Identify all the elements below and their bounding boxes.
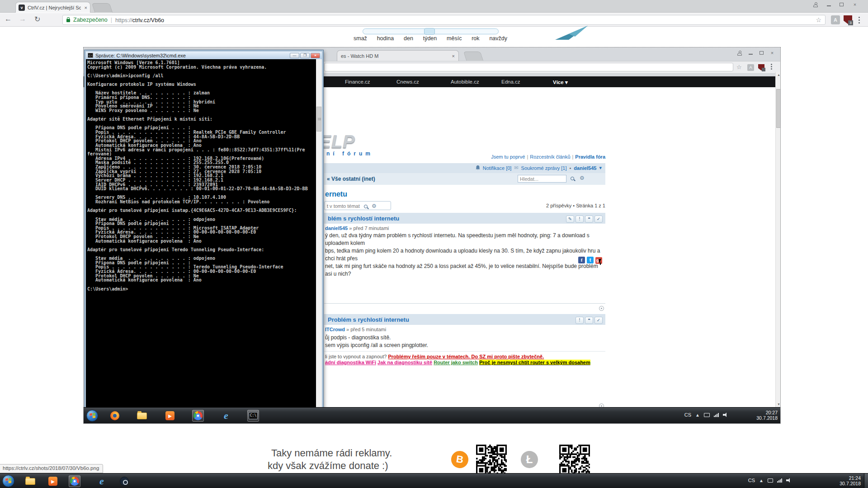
post-count: 2 příspěvky • Stránka 1 z 1: [472, 203, 605, 208]
inner-page-scrollbar: ▲ ▼: [775, 72, 781, 407]
speaker-icon[interactable]: [786, 478, 791, 483]
windows-flag-icon: [5, 478, 12, 484]
chrome-icon[interactable]: [69, 475, 80, 487]
cmd-maximize-button: ❐: [300, 53, 310, 58]
system-tray[interactable]: CS ▲: [748, 478, 791, 483]
expiry-hodina[interactable]: hodina: [377, 35, 394, 42]
expiry-tyden[interactable]: týden: [423, 35, 437, 42]
sig-link-wifi: ádní diagnostika WiFi: [325, 360, 376, 365]
status-url-bubble: https://ctrlv.cz/shots/2018/07/30/Vb6o.p…: [0, 464, 103, 473]
breadcrumb: « Vše ostatní (inet): [327, 176, 375, 182]
screenshot-image[interactable]: es - Watch HD M × × ☆ A Finance.cz Cnews…: [83, 47, 781, 424]
reload-button[interactable]: ↻: [34, 15, 40, 23]
expiry-den[interactable]: den: [404, 35, 413, 42]
tab-close-icon[interactable]: ×: [85, 5, 87, 10]
network-icon[interactable]: [777, 479, 782, 483]
forward-button[interactable]: →: [19, 15, 26, 23]
inner-clock: 20:27 30.7.2018: [756, 410, 778, 421]
new-tab-button[interactable]: [92, 3, 113, 13]
close-icon: ×: [771, 50, 774, 56]
address-bar[interactable]: Zabezpečeno | https://ctrlv.cz/Vb6o ☆: [62, 15, 826, 25]
url-scheme: https://: [115, 17, 132, 23]
inner-minimize-button: [745, 49, 756, 56]
expiry-navzdy[interactable]: navždy: [489, 35, 507, 42]
display-icon[interactable]: [768, 479, 773, 483]
share-arrow-icon[interactable]: [555, 25, 589, 40]
inner-firefox-icon: [109, 410, 121, 422]
expiry-rok[interactable]: rok: [472, 35, 479, 42]
post1-meta: » před 7 minutami: [349, 225, 389, 231]
keyboard-icon: [704, 413, 710, 417]
expiry-mesic[interactable]: měsíc: [447, 35, 462, 42]
post1-divider: [324, 303, 605, 304]
steam-icon[interactable]: [118, 475, 130, 487]
url-text: ctrlv.cz/Vb6o: [132, 17, 164, 23]
inner-tab-close-icon: ×: [452, 53, 455, 59]
inner-browser-tab: es - Watch HD M ×: [337, 50, 459, 61]
signature-intro: li jste to vypnout a zapnout?: [325, 354, 388, 359]
post1-profile-icon: [599, 306, 604, 311]
expiry-smaz[interactable]: smaž: [354, 35, 367, 42]
pdf-extension-icon[interactable]: A: [831, 15, 840, 24]
start-button[interactable]: [2, 475, 14, 487]
litecoin-qr-code: [559, 445, 590, 475]
tray-expand-icon: ▲: [695, 413, 700, 418]
inner-close-button: ×: [766, 49, 778, 56]
ie-icon[interactable]: e: [96, 475, 108, 487]
topbar-link-vice: Více ▾: [553, 79, 568, 85]
url-separator: |: [111, 17, 112, 23]
topbar-link-autobible: Autobible.cz: [451, 79, 479, 84]
topic-search-text: t v tomto témat: [327, 203, 360, 209]
accept-button: ✓: [594, 216, 603, 223]
bookmark-star-icon[interactable]: ☆: [816, 16, 821, 23]
minimize-button[interactable]: [823, 1, 835, 8]
report-button: !: [576, 317, 584, 324]
cmd-close-button: ×: [311, 53, 320, 58]
close-button[interactable]: ×: [849, 1, 861, 8]
link-first-visit: Jsem tu poprvé: [491, 154, 525, 160]
clock[interactable]: 21:24 30.7.2018: [840, 475, 861, 486]
lock-icon: [66, 19, 70, 22]
signature-line1: li jste to vypnout a zapnout? Problémy ř…: [325, 354, 614, 359]
close-icon: ×: [854, 2, 856, 7]
post2-byline: ITCrowd » před 5 minutami: [325, 327, 386, 332]
inner-time: 20:27: [756, 410, 778, 415]
taskbar-time: 21:24: [840, 475, 861, 481]
media-player-icon[interactable]: ▶: [47, 475, 59, 487]
post2-header: Problém s rychlostí internetu !❝✓: [324, 314, 605, 325]
expiry-slider-handle[interactable]: [424, 28, 435, 35]
search-icon: [571, 177, 574, 180]
browser-menu-icon[interactable]: [859, 17, 860, 18]
browser-tab[interactable]: v CtrlV.cz | Nejrychlejší Scre ×: [15, 2, 90, 13]
profile-button[interactable]: [810, 1, 821, 8]
show-desktop-button[interactable]: [864, 474, 868, 488]
minimize-icon: [827, 5, 831, 6]
username-menu: daniel545: [574, 165, 596, 171]
tray-expand-icon[interactable]: ▲: [759, 478, 764, 483]
gear-icon: ⚙: [580, 175, 585, 181]
bitcoin-qr-code: [476, 445, 507, 475]
minimize-icon: [749, 54, 753, 55]
inner-new-tab-button: [463, 52, 483, 61]
signature-warning: Problémy řeším pouze v tématech. Do SZ m…: [388, 354, 544, 359]
sig-link-router-switch: Router jako switch: [434, 360, 478, 365]
cmd-minimize-button: —: [290, 53, 299, 58]
post1-byline: daniel545 » před 7 minutami: [325, 225, 389, 231]
topbar-link-finance: Finance.cz: [345, 79, 370, 84]
messages-link: Soukromé zprávy [1]: [521, 165, 567, 171]
scrollbar-thumb: [776, 89, 781, 128]
forum-search-input: Hledat...: [518, 175, 566, 183]
back-button[interactable]: ←: [5, 15, 12, 23]
person-icon: [813, 2, 818, 7]
litecoin-icon: Ł: [521, 451, 538, 468]
explorer-icon[interactable]: [24, 475, 36, 487]
report-button: !: [576, 216, 584, 223]
topic-search-box: t v tomto témat ⚙: [324, 201, 391, 210]
forum-header-links: Jsem tu poprvé|Rozcestník článků|Pravidl…: [400, 154, 605, 160]
inner-pdf-extension-icon: A: [747, 64, 754, 71]
language-indicator[interactable]: CS: [748, 478, 755, 483]
maximize-button[interactable]: [835, 1, 847, 8]
twitter-icon: t: [587, 257, 594, 263]
adblock-badge: 3: [848, 20, 853, 25]
inner-cmd-taskbar-icon: C:\: [247, 410, 259, 422]
